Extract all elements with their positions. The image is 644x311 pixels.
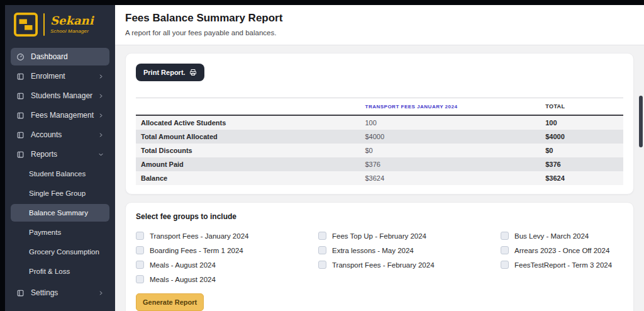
sidebar-item-label: Dashboard — [31, 52, 68, 61]
app-window: Sekani School Manager Dashboard Enrolmen… — [0, 0, 644, 311]
fee-group-option[interactable]: Fees Top Up - February 2024 — [318, 232, 494, 240]
dashboard-icon — [16, 53, 25, 61]
checkbox-icon[interactable] — [136, 261, 144, 269]
row-label-cell: Allocated Active Students — [136, 115, 360, 130]
fee-group-option-label: Extra lessons - May 2024 — [332, 247, 414, 254]
checkbox-icon[interactable] — [318, 246, 326, 254]
fee-groups-heading: Select fee groups to include — [136, 212, 623, 221]
checkbox-icon[interactable] — [136, 232, 144, 240]
brand-logo-icon — [14, 13, 38, 37]
fee-group-option-label: Arrears 2023 - Once Off 2024 — [514, 247, 609, 254]
sidebar-subitem-grocery-consumption[interactable]: Grocery Consumption — [11, 243, 109, 261]
brand-logo: Sekani School Manager — [5, 5, 115, 43]
generate-report-button[interactable]: Generate Report — [136, 293, 204, 311]
sidebar-subitem-label: Balance Summary — [29, 209, 88, 217]
row-total-cell: $3624 — [540, 171, 623, 185]
table-row: Total Discounts $0 $0 — [136, 144, 623, 157]
print-report-button[interactable]: Print Report. — [136, 64, 204, 81]
sidebar-subitem-single-fee-group[interactable]: Single Fee Group — [11, 184, 109, 202]
checkbox-icon[interactable] — [501, 261, 509, 269]
logo-divider — [43, 13, 45, 36]
row-value-cell: $4000 — [360, 130, 541, 144]
checkbox-icon[interactable] — [136, 246, 144, 254]
print-report-label: Print Report. — [143, 69, 186, 76]
sidebar-item-fees-management[interactable]: Fees Management — [11, 106, 109, 124]
fee-group-option[interactable]: Boarding Fees - Term 1 2024 — [136, 246, 312, 254]
fee-groups-grid: Transport Fees - January 2024 Fees Top U… — [136, 232, 623, 283]
sidebar-item-label: Reports — [31, 150, 57, 159]
sidebar-item-settings[interactable]: Settings — [11, 284, 109, 302]
sidebar-subitem-payments[interactable]: Payments — [11, 223, 109, 241]
sidebar-item-students-manager[interactable]: Students Manager — [11, 87, 109, 105]
sidebar-item-enrolment[interactable]: Enrolment — [11, 67, 109, 85]
row-value-cell: $0 — [360, 144, 541, 157]
fees-management-icon — [16, 111, 25, 120]
row-value-cell: $376 — [360, 157, 541, 171]
sidebar-nav: Dashboard Enrolment Students Manager — [5, 43, 115, 302]
sidebar-subitem-profit-loss[interactable]: Profit & Loss — [11, 263, 109, 280]
fee-group-option-label: Meals - August 2024 — [150, 261, 216, 269]
sidebar-subitem-label: Student Balances — [29, 170, 86, 178]
fee-group-option[interactable]: Bus Levy - March 2024 — [501, 232, 623, 240]
sidebar-item-reports[interactable]: Reports — [11, 145, 109, 163]
students-manager-icon — [16, 92, 25, 100]
main-content: Fees Balance Summary Report A report for… — [115, 5, 644, 311]
chevron-down-icon — [97, 151, 104, 158]
row-label-cell: Total Discounts — [136, 144, 360, 157]
fee-group-option[interactable]: Extra lessons - May 2024 — [318, 246, 494, 254]
sidebar-subitem-label: Grocery Consumption — [29, 248, 99, 256]
fee-group-option[interactable]: FeesTestReport - Term 3 2024 — [501, 261, 623, 269]
sidebar-item-label: Fees Management — [31, 111, 94, 120]
fee-group-option-label: Transport Fees - February 2024 — [332, 261, 435, 269]
sidebar-item-label: Accounts — [31, 130, 62, 139]
row-total-cell: 100 — [540, 115, 623, 130]
checkbox-icon[interactable] — [501, 232, 509, 240]
sidebar-subitem-label: Payments — [29, 229, 61, 236]
row-total-cell: $376 — [540, 157, 623, 171]
chevron-right-icon — [97, 112, 104, 119]
fee-group-option-label: FeesTestReport - Term 3 2024 — [514, 261, 612, 269]
fee-group-option[interactable]: Transport Fees - January 2024 — [136, 232, 312, 240]
page-subtitle: A report for all your fees payable and b… — [125, 29, 634, 37]
fee-group-option-label: Bus Levy - March 2024 — [514, 232, 589, 240]
page-header: Fees Balance Summary Report A report for… — [115, 5, 644, 45]
page-title: Fees Balance Summary Report — [125, 12, 634, 25]
sidebar-item-dashboard[interactable]: Dashboard — [11, 48, 109, 65]
sidebar-item-accounts[interactable]: Accounts — [11, 126, 109, 144]
row-label-cell: Balance — [136, 171, 360, 185]
sidebar-subitem-student-balances[interactable]: Student Balances — [11, 165, 109, 183]
fee-group-option[interactable]: Arrears 2023 - Once Off 2024 — [501, 246, 623, 254]
checkbox-icon[interactable] — [501, 246, 509, 254]
checkbox-icon[interactable] — [318, 261, 326, 269]
fee-groups-card: Select fee groups to include Transport F… — [125, 202, 634, 311]
sidebar-subitem-balance-summary[interactable]: Balance Summary — [11, 204, 109, 222]
fee-group-option-label: Meals - August 2024 — [150, 276, 216, 283]
fee-group-option-label: Transport Fees - January 2024 — [150, 232, 248, 240]
chevron-right-icon — [97, 132, 104, 139]
brand-text: Sekani School Manager — [50, 15, 94, 34]
row-total-cell: $0 — [540, 144, 623, 157]
chevron-right-icon — [97, 73, 104, 80]
fee-group-option-label: Boarding Fees - Term 1 2024 — [150, 247, 243, 254]
sidebar-item-label: Enrolment — [31, 72, 65, 81]
checkbox-icon[interactable] — [318, 232, 326, 240]
table-row: Total Amount Allocated $4000 $4000 — [136, 130, 623, 144]
total-column-header: TOTAL — [540, 98, 623, 116]
row-value-cell: $3624 — [360, 171, 541, 185]
table-header-row: TRANSPORT FEES JANUARY 2024 TOTAL — [136, 98, 623, 116]
fee-group-option[interactable]: Meals - August 2024 — [136, 261, 312, 269]
fee-group-option-label: Fees Top Up - February 2024 — [332, 232, 426, 240]
printer-icon — [189, 69, 197, 76]
sidebar-subitem-label: Single Fee Group — [29, 189, 86, 197]
checkbox-icon[interactable] — [136, 275, 144, 283]
chevron-right-icon — [97, 93, 104, 99]
row-total-cell: $4000 — [540, 130, 623, 144]
fee-group-option[interactable]: Transport Fees - February 2024 — [318, 261, 494, 269]
scrollbar-thumb[interactable] — [639, 96, 643, 147]
brand-name: Sekani — [50, 15, 94, 26]
row-label-cell: Total Amount Allocated — [136, 130, 360, 144]
fee-group-option[interactable]: Meals - August 2024 — [136, 275, 312, 283]
table-row: Allocated Active Students 100 100 — [136, 115, 623, 130]
chevron-right-icon — [97, 290, 104, 297]
content-area: Print Report. TRANSPORT FEES JANUARY 202… — [115, 45, 644, 311]
